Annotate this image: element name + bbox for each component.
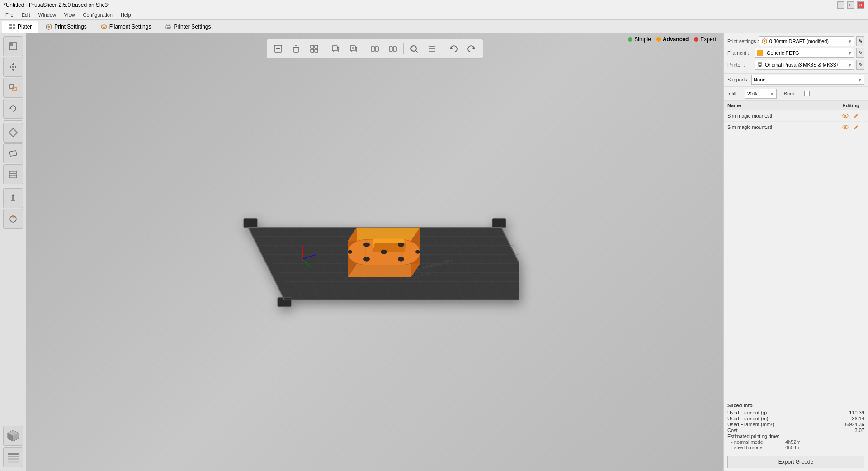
maximize-button[interactable]: □ [847, 1, 854, 9]
svg-point-15 [169, 27, 170, 28]
svg-rect-23 [10, 85, 14, 88]
split-button[interactable] [367, 41, 382, 57]
select-tool[interactable] [3, 36, 23, 56]
infill-dropdown[interactable]: 20% ▼ [745, 89, 777, 99]
minimize-button[interactable]: ─ [837, 1, 844, 9]
svg-line-67 [416, 51, 418, 53]
seam-tool[interactable] [3, 209, 23, 229]
svg-point-116 [363, 257, 370, 261]
vp-separator-2 [364, 43, 364, 54]
object-visibility-1[interactable] [841, 112, 849, 120]
svg-rect-2 [9, 27, 12, 29]
export-gcode-button[interactable]: Export G-code [727, 456, 864, 468]
menu-help[interactable]: Help [117, 11, 135, 19]
tab-printer-settings-label: Printer Settings [174, 24, 211, 30]
arrange-button[interactable] [307, 41, 322, 57]
tab-print-settings[interactable]: Print Settings [38, 21, 93, 33]
layer-tool[interactable] [3, 164, 23, 184]
supports-dropdown[interactable]: None ▼ [751, 75, 864, 85]
printer-edit[interactable]: ✎ [856, 60, 864, 70]
cut-tool[interactable] [3, 143, 23, 163]
menu-view[interactable]: View [61, 11, 79, 19]
object-edit-1[interactable] [852, 112, 860, 120]
viewport[interactable]: ORIGINAL PRUSA i3 MK3 by Josef Prusa [26, 33, 723, 471]
paste-button[interactable] [346, 41, 361, 57]
infill-chevron: ▼ [770, 91, 774, 96]
tab-filament-settings[interactable]: Filament Settings [94, 21, 158, 33]
filament-g-row: Used Filament (g) 110.39 [727, 410, 864, 415]
object-row-2: Sim magic mount.stl [724, 122, 868, 133]
left-toolbar [0, 33, 26, 471]
rotate-tool[interactable] [3, 99, 23, 119]
tab-plater[interactable]: Plater [2, 21, 38, 33]
list-button[interactable] [425, 41, 440, 57]
stealth-mode-value: 4h54m [785, 445, 801, 450]
print-settings-icon [45, 23, 52, 30]
mode-bar: Simple Advanced Expert [621, 33, 723, 45]
layer-view-button[interactable] [3, 447, 23, 467]
simple-mode[interactable]: Simple [628, 36, 651, 43]
svg-rect-1 [13, 24, 15, 26]
filament-edit[interactable]: ✎ [856, 48, 864, 58]
svg-marker-33 [11, 194, 15, 196]
object-visibility-2[interactable] [841, 123, 849, 131]
printer-settings-icon [165, 23, 172, 30]
merge-icon [388, 44, 398, 54]
search-button[interactable] [406, 41, 422, 57]
menu-file[interactable]: File [2, 11, 17, 19]
toolbar-separator-1 [4, 120, 22, 121]
place-on-face-tool[interactable] [3, 123, 23, 143]
toolbar-separator-2 [4, 186, 22, 186]
left-toolbar-bottom [3, 426, 23, 471]
move-tool[interactable] [3, 57, 23, 77]
merge-button[interactable] [385, 41, 401, 57]
undo-button[interactable] [446, 41, 461, 57]
svg-point-66 [411, 46, 416, 51]
layers-icon [8, 169, 18, 179]
move-icon [8, 62, 18, 72]
title-bar: *Untitled - PrusaSlicer-2.5.0 based on S… [0, 0, 868, 10]
normal-mode-value: 4h52m [785, 439, 801, 445]
scale-tool[interactable] [3, 78, 23, 98]
advanced-mode-dot [656, 37, 661, 42]
split-icon [370, 44, 380, 54]
sliced-info-title: Sliced Info [727, 403, 864, 408]
filament-dropdown[interactable]: Generic PETG ▼ [755, 48, 854, 58]
print-settings-edit[interactable]: ✎ [856, 36, 864, 46]
3d-view-button[interactable] [3, 426, 23, 446]
print-settings-section: Print settings : 0.30mm DRAFT (modified) [724, 33, 868, 74]
svg-rect-17 [10, 43, 13, 46]
tab-printer-settings[interactable]: Printer Settings [158, 21, 217, 33]
menu-edit[interactable]: Edit [18, 11, 34, 19]
svg-rect-30 [9, 176, 17, 178]
bed-container: ORIGINAL PRUSA i3 MK3 by Josef Prusa [230, 146, 519, 382]
svg-rect-97 [244, 218, 257, 227]
object-actions-2 [837, 123, 864, 131]
svg-point-121 [348, 250, 352, 253]
redo-button[interactable] [464, 41, 479, 57]
edit-icon-1 [853, 113, 859, 119]
advanced-mode[interactable]: Advanced [656, 36, 689, 43]
svg-rect-64 [393, 47, 396, 51]
close-button[interactable]: ✕ [857, 1, 864, 9]
support-tool[interactable] [3, 188, 23, 208]
support-icon [8, 193, 18, 203]
menu-window[interactable]: Window [35, 11, 60, 19]
brim-checkbox[interactable] [804, 91, 810, 96]
add-object-button[interactable] [270, 41, 286, 57]
menu-configuration[interactable]: Configuration [79, 11, 116, 19]
svg-point-122 [415, 250, 420, 253]
printer-dropdown[interactable]: Original Prusa i3 MK3S & MK3S+ ▼ [755, 60, 854, 70]
svg-rect-29 [9, 174, 17, 176]
object-edit-2[interactable] [852, 123, 860, 131]
svg-rect-43 [8, 461, 19, 463]
delete-button[interactable] [288, 41, 304, 57]
svg-rect-98 [492, 218, 506, 227]
expert-mode[interactable]: Expert [694, 36, 716, 43]
svg-rect-40 [8, 453, 19, 455]
printer-value: Original Prusa i3 MK3S & MK3S+ [765, 62, 839, 67]
svg-point-124 [764, 40, 765, 42]
vp-separator-1 [325, 43, 325, 54]
print-settings-dropdown[interactable]: 0.30mm DRAFT (modified) ▼ [759, 36, 854, 46]
copy-button[interactable] [328, 41, 343, 57]
